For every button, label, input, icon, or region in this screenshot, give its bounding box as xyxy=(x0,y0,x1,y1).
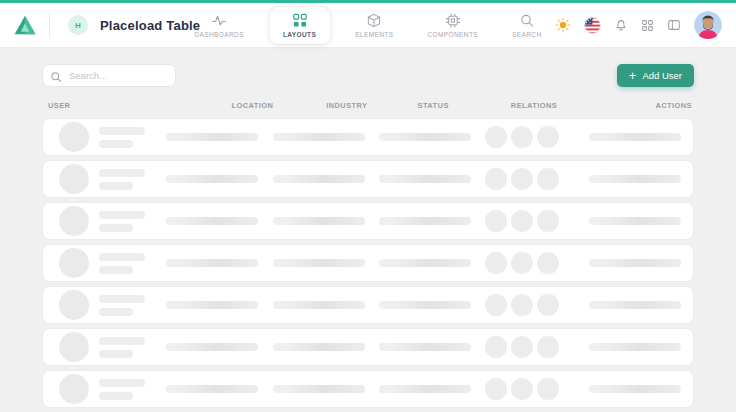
relation-placeholder xyxy=(511,294,533,316)
avatar-placeholder xyxy=(59,374,89,404)
theme-sun-icon[interactable] xyxy=(555,17,571,33)
row-cell-location xyxy=(166,259,273,267)
row-cell-relations xyxy=(485,210,589,232)
user-text-placeholder xyxy=(99,127,145,148)
user-text-placeholder xyxy=(99,169,145,190)
row-cell-user xyxy=(59,248,166,278)
nav-label: DASHBOARDS xyxy=(194,31,244,38)
row-cell-relations xyxy=(485,336,589,358)
search-input[interactable] xyxy=(42,64,176,87)
row-cell-location xyxy=(166,133,273,141)
nav-item-search[interactable]: SEARCH xyxy=(502,8,552,43)
user-avatar[interactable] xyxy=(694,11,722,39)
row-cell-industry xyxy=(273,259,379,267)
table-row xyxy=(42,328,694,366)
row-cell-actions xyxy=(589,259,681,267)
avatar-placeholder xyxy=(59,122,89,152)
activity-icon xyxy=(212,13,227,28)
project-badge[interactable]: H xyxy=(68,15,88,35)
relation-placeholder xyxy=(485,294,507,316)
row-cell-relations xyxy=(485,378,589,400)
relation-placeholder xyxy=(537,210,559,232)
relation-placeholder xyxy=(511,252,533,274)
search-icon xyxy=(519,13,534,28)
relation-placeholder xyxy=(485,378,507,400)
row-cell-location xyxy=(166,301,273,309)
relation-placeholder xyxy=(485,252,507,274)
us-flag-icon[interactable] xyxy=(584,17,601,34)
row-cell-relations xyxy=(485,252,589,274)
avatar-placeholder xyxy=(59,206,89,236)
row-cell-location xyxy=(166,217,273,225)
app-logo-icon[interactable] xyxy=(14,15,36,35)
row-cell-status xyxy=(379,385,485,393)
row-cell-user xyxy=(59,164,166,194)
nav-item-components[interactable]: COMPONENTS xyxy=(417,8,488,43)
header-divider xyxy=(49,13,50,37)
toolbar: + Add User xyxy=(42,64,694,87)
table-row xyxy=(42,202,694,240)
user-text-placeholder xyxy=(99,379,145,400)
relation-placeholder xyxy=(511,378,533,400)
relation-placeholder xyxy=(485,210,507,232)
column-header-relations: RELATIONS xyxy=(511,101,557,110)
user-text-placeholder xyxy=(99,295,145,316)
add-user-button[interactable]: + Add User xyxy=(617,64,694,87)
row-cell-location xyxy=(166,343,273,351)
relation-placeholder xyxy=(537,126,559,148)
relation-placeholder xyxy=(485,168,507,190)
main-nav: DASHBOARDS LAYOUTS ELEMENTS C xyxy=(184,3,551,48)
user-text-placeholder xyxy=(99,337,145,358)
row-cell-user xyxy=(59,122,166,152)
row-cell-actions xyxy=(589,385,681,393)
table-row xyxy=(42,160,694,198)
row-cell-user xyxy=(59,374,166,404)
row-cell-industry xyxy=(273,133,379,141)
table-row xyxy=(42,370,694,408)
bell-icon[interactable] xyxy=(614,18,628,32)
table-row xyxy=(42,286,694,324)
nav-item-dashboards[interactable]: DASHBOARDS xyxy=(184,8,254,43)
column-header-status: STATUS xyxy=(418,101,449,110)
app-header: H Placeload Table DASHBOARDS LAYOUTS ELE… xyxy=(0,3,736,48)
row-cell-industry xyxy=(273,175,379,183)
nav-item-elements[interactable]: ELEMENTS xyxy=(345,8,403,43)
row-cell-status xyxy=(379,133,485,141)
row-cell-user xyxy=(59,290,166,320)
table-row xyxy=(42,118,694,156)
plus-icon: + xyxy=(629,69,637,82)
row-cell-actions xyxy=(589,175,681,183)
column-header-industry: INDUSTRY xyxy=(326,101,367,110)
column-header-location: LOCATION xyxy=(231,101,273,110)
row-cell-actions xyxy=(589,217,681,225)
row-cell-industry xyxy=(273,385,379,393)
avatar-placeholder xyxy=(59,248,89,278)
row-cell-industry xyxy=(273,217,379,225)
relation-placeholder xyxy=(511,126,533,148)
row-cell-relations xyxy=(485,294,589,316)
user-text-placeholder xyxy=(99,211,145,232)
nav-item-layouts[interactable]: LAYOUTS xyxy=(268,6,331,45)
search-icon xyxy=(50,69,62,81)
row-cell-status xyxy=(379,175,485,183)
avatar-placeholder xyxy=(59,332,89,362)
apps-grid-icon[interactable] xyxy=(641,19,654,32)
nav-label: SEARCH xyxy=(512,31,542,38)
relation-placeholder xyxy=(485,126,507,148)
relation-placeholder xyxy=(537,168,559,190)
search-field-wrap xyxy=(42,64,176,87)
reader-panel-icon[interactable] xyxy=(667,18,681,32)
row-cell-industry xyxy=(273,301,379,309)
relation-placeholder xyxy=(511,336,533,358)
table-column-headers: USER LOCATION INDUSTRY STATUS RELATIONS … xyxy=(48,99,692,112)
add-user-label: Add User xyxy=(642,70,682,81)
column-header-actions: ACTIONS xyxy=(655,101,692,110)
nav-label: LAYOUTS xyxy=(283,31,316,38)
placeholder-rows xyxy=(42,118,694,408)
row-cell-actions xyxy=(589,301,681,309)
relation-placeholder xyxy=(537,378,559,400)
user-text-placeholder xyxy=(99,253,145,274)
row-cell-location xyxy=(166,175,273,183)
relation-placeholder xyxy=(537,294,559,316)
avatar-placeholder xyxy=(59,290,89,320)
